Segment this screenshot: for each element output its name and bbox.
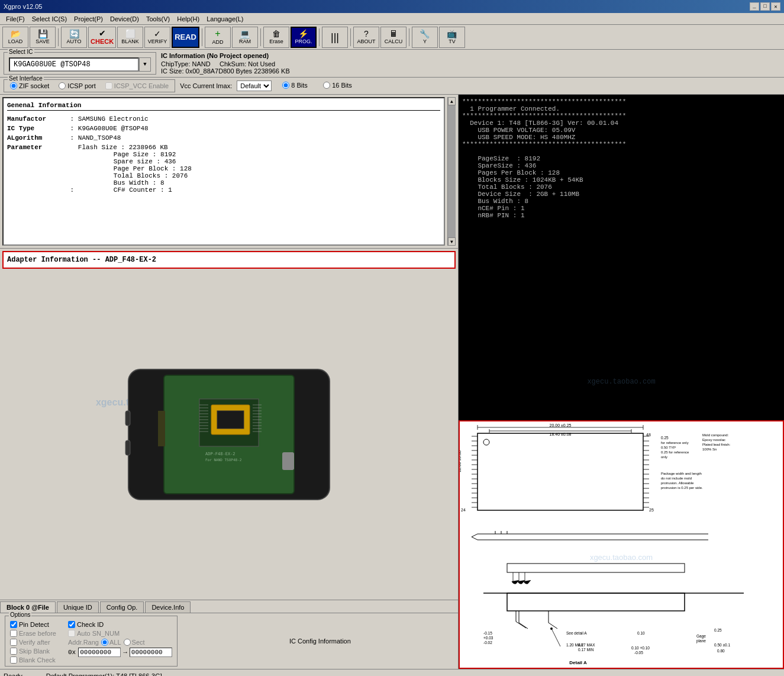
16bit-radio[interactable] — [323, 82, 330, 89]
svg-text:protrusion is 0.25 per side.: protrusion is 0.25 per side. — [661, 486, 703, 490]
terminal-line-2: 1 Programmer Connected. — [462, 105, 780, 112]
svg-text:Plated lead finish:: Plated lead finish: — [702, 443, 731, 446]
about-button[interactable]: ? ABOUT — [353, 27, 379, 48]
tab-config-op[interactable]: Config Op. — [100, 601, 144, 613]
menu-help[interactable]: Help(H) — [173, 14, 203, 24]
tab-device-info[interactable]: Device.Info — [145, 601, 191, 613]
skip-blank-checkbox[interactable] — [10, 648, 17, 655]
calcu-button[interactable]: 🖩 CALCU — [380, 27, 406, 48]
scroll-thumb[interactable] — [448, 105, 456, 237]
addr-all-radio[interactable] — [101, 639, 108, 646]
svg-rect-4 — [282, 452, 294, 470]
addr-sect-label[interactable]: Sect — [124, 639, 145, 646]
blank-button[interactable]: ⬜ BLANK — [117, 27, 143, 48]
menu-file[interactable]: File(F) — [2, 14, 28, 24]
tv-button[interactable]: 📺 TV — [439, 27, 465, 48]
ic-dropdown-arrow[interactable]: ▼ — [139, 57, 151, 72]
check-button[interactable]: ✔ CHECK — [88, 27, 116, 48]
erase-button[interactable]: 🗑 Erase — [263, 27, 289, 48]
svg-line-120 — [551, 629, 560, 646]
bit-options: 8 Bits 16 Bits — [282, 82, 352, 91]
verify-after-checkbox[interactable] — [10, 639, 17, 646]
add-button[interactable]: + ADD — [205, 27, 231, 48]
ram-button[interactable]: 💻 RAM — [232, 27, 258, 48]
check-icon: ✔ — [99, 29, 106, 37]
interface-label: Set Interface — [8, 75, 44, 82]
menu-language[interactable]: Language(L) — [203, 14, 247, 24]
svg-text:0.17 MIN: 0.17 MIN — [578, 648, 594, 652]
save-button[interactable]: 💾 SAVE — [30, 27, 56, 48]
minimize-button[interactable]: _ — [750, 2, 759, 11]
erase-before-checkbox[interactable] — [10, 630, 17, 637]
icsp-port-radio[interactable] — [59, 82, 66, 89]
icsp-vcc-label[interactable]: ICSP_VCC Enable — [105, 82, 169, 89]
pin-detect-label[interactable]: Pin Detect — [10, 621, 56, 628]
svg-rect-8 — [125, 440, 130, 455]
svg-text:+0.03: +0.03 — [483, 636, 493, 640]
toolbar-separator-6 — [409, 28, 409, 46]
read-button[interactable]: READ — [172, 27, 199, 48]
select-ic-group: Select IC K9GAG08U0E @TSOP48 ▼ — [4, 52, 156, 75]
tab-unique-id[interactable]: Unique ID — [57, 601, 99, 613]
addr-sect-radio[interactable] — [124, 639, 131, 646]
zif-socket-label[interactable]: ZIF socket — [10, 82, 49, 89]
options-label: Options — [9, 611, 31, 618]
8bit-radio[interactable] — [282, 82, 289, 89]
auto-sn-label[interactable]: Auto SN_NUM — [68, 630, 172, 637]
svg-text:Package width and length: Package width and length — [661, 472, 702, 475]
prog-button[interactable]: ⚡ PROG. — [291, 27, 317, 48]
svg-text:-0.15: -0.15 — [483, 631, 492, 635]
check-id-checkbox[interactable] — [68, 621, 75, 628]
menu-project[interactable]: Project(P) — [70, 14, 107, 24]
blank-check-checkbox[interactable] — [10, 656, 17, 664]
scroll-up[interactable]: ▲ — [448, 97, 456, 105]
extra-button[interactable]: 🔧 Y — [412, 27, 438, 48]
auto-button[interactable]: 🔄 AUTO — [61, 27, 87, 48]
maximize-button[interactable]: □ — [760, 2, 770, 11]
auto-sn-checkbox[interactable] — [68, 630, 75, 637]
svg-text:ADP-F48-EX-2: ADP-F48-EX-2 — [205, 452, 235, 456]
save-icon: 💾 — [38, 30, 48, 38]
blank-check-label[interactable]: Blank Check — [10, 656, 56, 664]
interface-row: Set Interface ZIF socket ICSP port ICSP_… — [0, 78, 784, 95]
8bit-label[interactable]: 8 Bits — [282, 82, 308, 89]
close-button[interactable]: ✕ — [771, 2, 780, 11]
svg-text:For NAND TSOP48-2: For NAND TSOP48-2 — [205, 458, 242, 462]
verify-after-label[interactable]: Verify after — [10, 639, 56, 646]
16bit-label[interactable]: 16 Bits — [323, 82, 352, 89]
skip-blank-label[interactable]: Skip Blank — [10, 648, 56, 655]
svg-text:0.80: 0.80 — [717, 649, 725, 653]
ic-config-label: IC Config Information — [289, 638, 351, 645]
icsp-port-label[interactable]: ICSP port — [59, 82, 96, 89]
svg-text:Gage: Gage — [696, 634, 706, 639]
scroll-down[interactable]: ▼ — [448, 237, 456, 246]
check-id-label[interactable]: Check ID — [68, 621, 172, 628]
leads-left — [472, 531, 507, 540]
svg-text:0.25: 0.25 — [661, 436, 669, 440]
options-col-2: Check ID Auto SN_NUM Addr.Rang ALL — [68, 621, 172, 664]
verify-button[interactable]: ✓ VERIFY — [144, 27, 170, 48]
toolbar-separator-2 — [202, 28, 202, 46]
menu-tools[interactable]: Tools(V) — [143, 14, 173, 24]
addr-all-label[interactable]: ALL — [101, 639, 121, 646]
select-ic-control: K9GAG08U0E @TSOP48 ▼ — [9, 57, 151, 72]
load-button[interactable]: 📂 LOAD — [2, 27, 28, 48]
scrollbar-right[interactable]: ▲ ▼ — [447, 97, 456, 246]
terminal-line-1: ****************************************… — [462, 98, 780, 105]
erase-before-label[interactable]: Erase before — [10, 630, 56, 637]
addr-to-input[interactable] — [130, 648, 172, 657]
barcode-icon: ||| — [331, 32, 339, 43]
svg-text:0.10: 0.10 — [637, 631, 645, 635]
menu-select-ic[interactable]: Select IC(S) — [28, 14, 70, 24]
vcc-dropdown[interactable]: Default — [237, 81, 272, 91]
addr-from-input[interactable] — [78, 648, 121, 657]
pin-detect-checkbox[interactable] — [10, 621, 17, 628]
svg-text:Epoxy novolac: Epoxy novolac — [702, 438, 725, 442]
svg-text:Detail A: Detail A — [569, 660, 587, 665]
menu-device[interactable]: Device(D) — [107, 14, 143, 24]
barcode-button[interactable]: ||| — [322, 27, 348, 48]
terminal-line-9: SpareSize : 436 — [462, 162, 780, 169]
icsp-vcc-checkbox[interactable] — [105, 82, 112, 89]
erase-icon: 🗑 — [272, 30, 280, 38]
zif-socket-radio[interactable] — [10, 82, 17, 89]
